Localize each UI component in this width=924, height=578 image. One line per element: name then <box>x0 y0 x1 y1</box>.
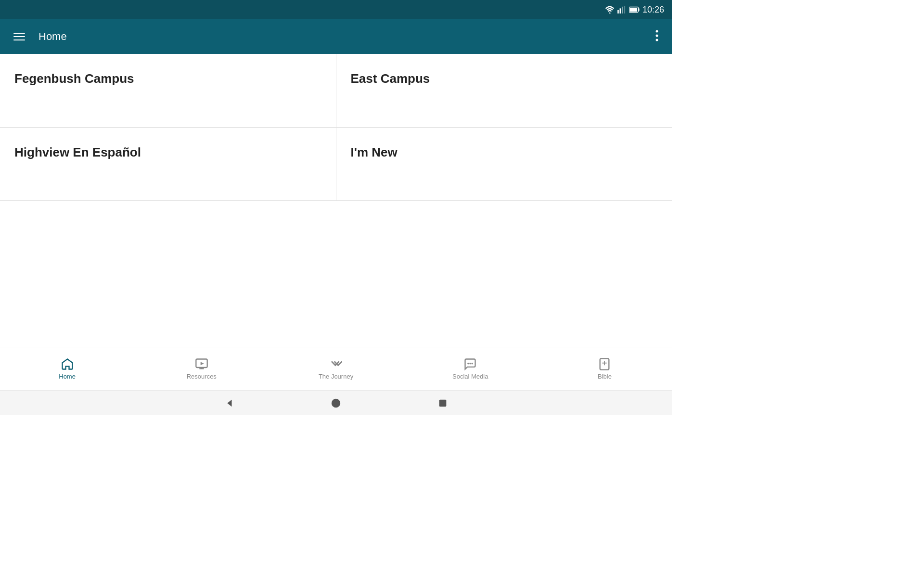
grid-row-2: Highview En Español I'm New <box>0 128 672 201</box>
fegenbush-campus-cell[interactable]: Fegenbush Campus <box>0 54 336 127</box>
home-circle-icon <box>331 398 341 408</box>
app-bar: Home <box>0 19 672 54</box>
nav-home[interactable]: Home <box>0 347 134 390</box>
svg-point-16 <box>469 363 471 365</box>
status-time: 10:26 <box>642 5 664 15</box>
svg-rect-4 <box>624 6 625 13</box>
nav-journey-label: The Journey <box>319 373 353 380</box>
nav-bible-label: Bible <box>598 373 612 380</box>
svg-point-10 <box>656 39 658 41</box>
nav-resources[interactable]: Resources <box>134 347 269 390</box>
status-icons: 10:26 <box>605 5 664 15</box>
svg-point-8 <box>656 30 658 33</box>
svg-point-9 <box>656 35 658 37</box>
svg-rect-2 <box>620 8 621 13</box>
hamburger-button[interactable] <box>10 29 29 44</box>
nav-social[interactable]: Social Media <box>403 347 538 390</box>
espanol-campus-cell[interactable]: Highview En Español <box>0 128 336 201</box>
svg-marker-12 <box>200 362 204 365</box>
recents-button[interactable] <box>437 398 448 408</box>
more-vertical-icon <box>655 30 658 41</box>
nav-home-label: Home <box>59 373 76 380</box>
social-media-icon <box>463 357 477 371</box>
svg-point-0 <box>609 13 610 13</box>
fegenbush-campus-title: Fegenbush Campus <box>14 71 134 86</box>
im-new-title: I'm New <box>351 145 398 160</box>
battery-icon <box>629 6 640 13</box>
resources-icon <box>195 357 208 371</box>
bible-icon <box>598 357 611 371</box>
svg-rect-3 <box>622 7 623 13</box>
grid-row-1: Fegenbush Campus East Campus <box>0 54 672 128</box>
svg-rect-6 <box>639 8 640 11</box>
signal-icon <box>617 6 626 13</box>
home-icon <box>61 357 74 371</box>
wifi-icon <box>605 6 615 13</box>
svg-point-22 <box>332 398 340 407</box>
bottom-nav: Home Resources The Journey Social Media <box>0 347 672 390</box>
hamburger-line-1 <box>13 33 25 34</box>
nav-bible[interactable]: Bible <box>538 347 672 390</box>
east-campus-cell[interactable]: East Campus <box>336 54 672 127</box>
journey-icon <box>329 357 343 371</box>
system-nav-bar <box>0 390 672 415</box>
more-options-button[interactable] <box>652 26 662 47</box>
im-new-cell[interactable]: I'm New <box>336 128 672 201</box>
nav-journey[interactable]: The Journey <box>269 347 403 390</box>
empty-area <box>0 201 672 347</box>
hamburger-line-2 <box>13 36 25 37</box>
status-bar: 10:26 <box>0 0 672 19</box>
svg-point-15 <box>467 363 469 365</box>
home-button[interactable] <box>331 398 341 408</box>
svg-rect-23 <box>439 399 447 407</box>
recents-square-icon <box>437 398 448 408</box>
content-area: Fegenbush Campus East Campus Highview En… <box>0 54 672 347</box>
back-arrow-icon <box>224 398 234 408</box>
hamburger-line-3 <box>13 39 25 40</box>
espanol-campus-title: Highview En Español <box>14 145 141 160</box>
back-button[interactable] <box>224 398 234 408</box>
svg-marker-21 <box>227 399 231 407</box>
app-title: Home <box>38 30 652 43</box>
svg-rect-1 <box>617 10 619 13</box>
east-campus-title: East Campus <box>351 71 430 86</box>
svg-point-17 <box>472 363 474 365</box>
svg-rect-7 <box>629 8 637 12</box>
nav-resources-label: Resources <box>187 373 217 380</box>
nav-social-label: Social Media <box>452 373 488 380</box>
